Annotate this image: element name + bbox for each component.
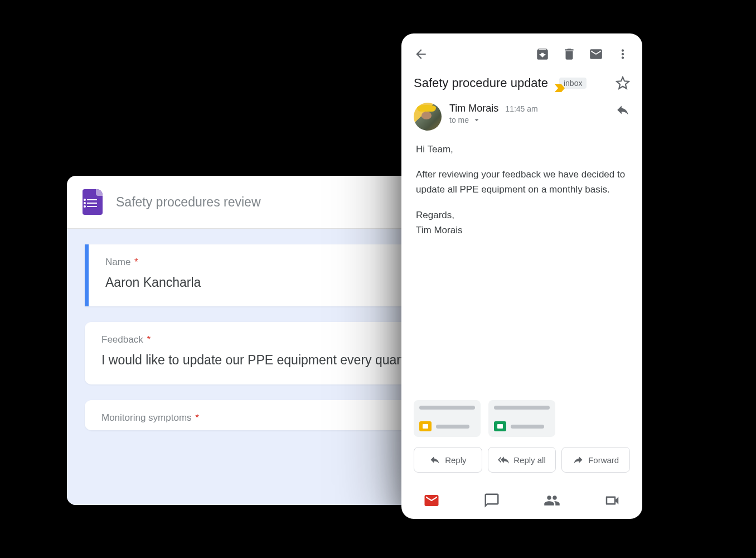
email-subject: Safety procedure update [414, 76, 548, 90]
gmail-toolbar [401, 33, 642, 61]
placeholder-line [436, 425, 469, 429]
reply-all-icon [498, 454, 509, 465]
email-body: Hi Team, After reviewing your feedback w… [401, 135, 642, 400]
back-icon[interactable] [414, 47, 428, 61]
to-me-label: to me [449, 116, 469, 124]
button-label: Forward [588, 455, 619, 465]
button-label: Reply all [513, 455, 546, 465]
nav-chat-icon[interactable] [483, 492, 500, 509]
more-icon[interactable] [616, 47, 630, 61]
chevron-down-icon [472, 116, 481, 124]
nav-mail-icon[interactable] [423, 492, 440, 509]
sender-row: Tim Morais 11:45 am to me [401, 94, 642, 135]
google-forms-icon [83, 189, 103, 215]
label-text: Name [105, 257, 130, 267]
star-icon[interactable] [616, 76, 630, 90]
bottom-nav [401, 483, 642, 519]
placeholder-line [511, 425, 544, 429]
label-text: Feedback [101, 334, 143, 345]
gmail-panel: Safety procedure update inbox Tim Morais… [401, 33, 642, 519]
placeholder-line [419, 406, 475, 410]
reply-button[interactable]: Reply [414, 447, 482, 473]
sender-name: Tim Morais [449, 103, 498, 114]
archive-icon[interactable] [535, 47, 550, 61]
trash-icon[interactable] [562, 47, 576, 61]
required-mark: * [147, 334, 151, 345]
forward-button[interactable]: Forward [561, 447, 630, 473]
body-paragraph: After reviewing your feedback we have de… [416, 167, 628, 197]
signoff-name: Tim Morais [416, 225, 462, 235]
slides-icon [419, 421, 432, 431]
subject-row: Safety procedure update inbox [401, 61, 642, 94]
nav-meet-icon[interactable] [604, 492, 621, 509]
attachments-row [401, 400, 642, 437]
body-greeting: Hi Team, [416, 142, 628, 157]
reply-icon [429, 454, 440, 465]
avatar[interactable] [414, 103, 442, 131]
reply-all-button[interactable]: Reply all [488, 447, 556, 473]
signoff-regards: Regards, [416, 210, 454, 220]
sheets-icon [494, 421, 506, 431]
reply-icon[interactable] [616, 103, 630, 117]
placeholder-line [494, 406, 550, 410]
required-mark: * [195, 412, 199, 423]
body-signoff: Regards, Tim Morais [416, 208, 628, 238]
recipient-dropdown[interactable]: to me [449, 116, 608, 124]
action-row: Reply Reply all Forward [401, 437, 642, 483]
forms-title: Safety procedures review [116, 195, 261, 210]
nav-spaces-icon[interactable] [544, 492, 560, 509]
label-text: Monitoring symptoms [101, 412, 192, 423]
mail-icon[interactable] [589, 47, 603, 61]
button-label: Reply [445, 455, 466, 465]
required-mark: * [134, 257, 138, 267]
attachment-sheets[interactable] [488, 400, 555, 437]
forward-icon [573, 454, 584, 465]
attachment-slides[interactable] [414, 400, 481, 437]
sender-time: 11:45 am [505, 104, 537, 113]
